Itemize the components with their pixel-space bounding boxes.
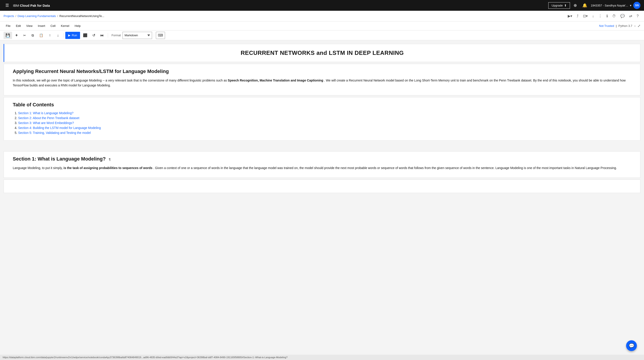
toc-link-4[interactable]: Section 4: Building the LSTM model for L…: [18, 126, 101, 130]
kernel-menu[interactable]: Kernel: [58, 23, 72, 29]
format-label: Format: [112, 34, 121, 37]
top-nav-actions: Upgrade ⬆ ⊕ 🔔 1943357 - Sandhya Nayak'..…: [548, 2, 640, 9]
top-navigation: ☰ IBM Cloud Pak for Data Upgrade ⬆ ⊕ 🔔 1…: [0, 0, 644, 11]
add-icon: +: [16, 33, 18, 38]
run-button[interactable]: ▶ Run: [65, 32, 80, 39]
restart-button[interactable]: ↺: [90, 32, 98, 39]
brand-area: ☰ IBM Cloud Pak for Data: [4, 2, 545, 9]
history-icon: ⏱: [612, 14, 616, 18]
file-menu[interactable]: File: [4, 23, 13, 29]
toc-cell[interactable]: Table of Contents Section 1: What is Lan…: [4, 97, 640, 141]
notebook-title: RECURRENT NETWORKS and LSTM IN DEEP LEAR…: [4, 44, 640, 62]
keyboard-shortcuts-button[interactable]: ⌨: [156, 32, 165, 39]
breadcrumb-current-page: RecurrentNeuralNetworkUsingTe...: [60, 14, 104, 18]
breadcrumb: Projects / Deep Learning Fundamentals / …: [4, 14, 104, 18]
info-icon: ℹ: [606, 14, 608, 18]
intro-paragraph: In this notebook, we will go over the to…: [13, 78, 631, 88]
toc-link-5[interactable]: Section 5: Training, Validating and Test…: [18, 131, 91, 134]
breadcrumb-actions: ▶ ▾ ⤴ ⊡ ▾ ↓ ⋮ ℹ ⏱ 💬 ⇄ ?: [566, 13, 640, 20]
pin-button[interactable]: ⊕: [572, 2, 579, 9]
notebook-container: RECURRENT NETWORKS and LSTM IN DEEP LEAR…: [0, 40, 644, 359]
history-button[interactable]: ⏱: [610, 13, 618, 20]
help-menu[interactable]: Help: [72, 23, 83, 29]
fast-forward-icon: ⏭: [100, 33, 104, 37]
toolbar-separator: [63, 33, 64, 38]
toc-heading: Table of Contents: [13, 102, 631, 108]
toc-link-1[interactable]: Section 1: What is Language Modeling?: [18, 111, 74, 115]
toc-cell-content: Table of Contents Section 1: What is Lan…: [4, 97, 640, 140]
restart-icon: ↺: [92, 33, 95, 37]
download-button[interactable]: ↓: [590, 13, 596, 20]
breadcrumb-projects-link[interactable]: Projects: [4, 14, 14, 18]
next-cell-partial[interactable]: [4, 179, 640, 193]
section1-cell[interactable]: Section 1: What is Language Modeling? ¶ …: [4, 151, 640, 178]
intro-cell[interactable]: Applying Recurrent Neural Networks/LSTM …: [4, 64, 640, 95]
toc-link-3[interactable]: Section 3: What are Word Embeddings?: [18, 121, 74, 125]
list-item: Section 2: About the Penn Treebank datas…: [18, 116, 631, 120]
paste-cell-button[interactable]: 📋: [37, 32, 46, 39]
insert-menu[interactable]: Insert: [36, 23, 48, 29]
chevron-down-icon: ▾: [570, 14, 572, 18]
more-options-icon: ⋮: [598, 14, 602, 18]
run-menu-button[interactable]: ▶ ▾: [566, 13, 574, 20]
add-cell-button[interactable]: +: [13, 32, 20, 39]
section1-heading: Section 1: What is Language Modeling? ¶: [13, 156, 631, 162]
save-button[interactable]: 💾: [4, 32, 12, 39]
breadcrumb-deep-learning-link[interactable]: Deep Learning Fundamentals: [18, 14, 56, 18]
list-item: Section 1: What is Language Modeling?: [18, 111, 631, 115]
trust-status[interactable]: Not Trusted: [599, 24, 614, 28]
chevron-down-icon: ▾: [630, 4, 632, 7]
run-triangle-icon: ▶: [68, 34, 70, 37]
user-profile[interactable]: 1943357 - Sandhya Nayak'... ▾: [591, 4, 632, 7]
info-button[interactable]: ℹ: [605, 13, 610, 20]
save-version-button[interactable]: ⊡ ▾: [581, 13, 590, 20]
view-menu[interactable]: View: [24, 23, 35, 29]
compare-button[interactable]: ⇄: [628, 13, 634, 20]
list-item: Section 5: Training, Validating and Test…: [18, 131, 631, 134]
download-icon: ↓: [592, 14, 594, 18]
cut-cell-button[interactable]: ✂: [21, 32, 28, 39]
upgrade-icon: ⬆: [564, 4, 567, 7]
hamburger-menu-button[interactable]: ☰: [4, 2, 11, 9]
notebook-scroll-area[interactable]: RECURRENT NETWORKS and LSTM IN DEEP LEAR…: [0, 40, 644, 359]
copy-cell-button[interactable]: ⧉: [29, 32, 36, 39]
cell-type-select[interactable]: Markdown Code Raw NBConvert Heading: [122, 32, 152, 39]
avatar[interactable]: SN: [633, 2, 640, 9]
title-cell[interactable]: RECURRENT NETWORKS and LSTM IN DEEP LEAR…: [4, 44, 640, 62]
compare-icon: ⇄: [629, 14, 632, 18]
toc-list: Section 1: What is Language Modeling? Se…: [13, 111, 631, 134]
help-icon: ?: [636, 14, 639, 18]
hamburger-icon: ☰: [5, 3, 9, 8]
chat-icon: 💬: [629, 343, 634, 348]
copy-icon: ⧉: [32, 33, 34, 37]
expand-button[interactable]: ⤢: [638, 24, 640, 28]
help-button[interactable]: ?: [635, 13, 640, 20]
edit-menu[interactable]: Edit: [14, 23, 23, 29]
cell-menu[interactable]: Cell: [48, 23, 58, 29]
breadcrumb-bar: Projects / Deep Learning Fundamentals / …: [0, 11, 644, 22]
breadcrumb-separator: /: [16, 14, 16, 18]
save-icon: 💾: [6, 33, 10, 37]
intro-heading: Applying Recurrent Neural Networks/LSTM …: [13, 69, 631, 74]
menu-bar: File Edit View Insert Cell Kernel Help N…: [0, 22, 644, 31]
comments-button[interactable]: 💬: [618, 13, 626, 20]
more-options-button[interactable]: ⋮: [596, 13, 604, 20]
move-cell-up-button[interactable]: ↑: [46, 32, 54, 39]
notification-button[interactable]: 🔔: [580, 2, 589, 9]
move-cell-down-button[interactable]: ↓: [54, 32, 62, 39]
upgrade-button[interactable]: Upgrade ⬆: [548, 2, 570, 9]
arrow-down-icon: ↓: [57, 33, 59, 37]
app-title: IBM Cloud Pak for Data: [13, 4, 50, 8]
keyboard-icon: ⌨: [158, 33, 163, 37]
toolbar: 💾 + ✂ ⧉ 📋 ↑ ↓ ▶ Run ⬛ ↺ ⏭ Format Markdow…: [0, 31, 644, 40]
kernel-info: Python 3.7: [618, 24, 632, 28]
chevron-down-icon: ▾: [586, 14, 588, 18]
toc-link-2[interactable]: Section 2: About the Penn Treebank datas…: [18, 116, 80, 120]
menu-right-info: Not Trusted | Python 3.7 ○ ⤢: [599, 24, 640, 28]
share-button[interactable]: ⤴: [575, 13, 580, 20]
fast-forward-button[interactable]: ⏭: [98, 32, 106, 39]
stop-button[interactable]: ⬛: [81, 32, 90, 39]
notification-icon: 🔔: [582, 3, 587, 8]
chat-button[interactable]: 💬: [626, 340, 637, 351]
toolbar-separator-3: [154, 33, 154, 38]
